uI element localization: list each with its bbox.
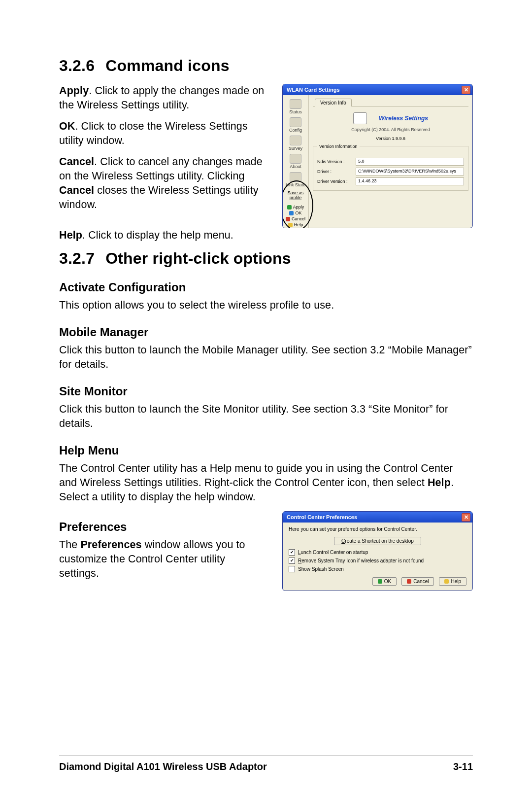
brand-text: Wireless Settings [379,115,428,122]
driver-label: Driver : [317,169,352,174]
ok-button[interactable]: OK [372,577,397,586]
label-cancel-1: Cancel [59,156,94,168]
cancel-button[interactable]: Cancel [401,577,434,586]
driver-version-label: Driver Version : [317,179,352,184]
cancel-icon [286,217,290,221]
preferences-window: Control Center Preferences ✕ Here you ca… [282,511,473,591]
page-footer: Diamond Digital A101 Wireless USB Adapto… [59,756,473,772]
text-activate: This option allows you to select the wir… [59,298,473,313]
linkstate-icon [290,172,301,182]
para-ok: OK. Click to close the Wireless Settings… [59,119,267,148]
version: Version 1.9.9.6 [313,136,468,141]
footer-rule [59,756,473,756]
heading-326-num: 3.2.6 [59,57,95,75]
side-config[interactable]: Config [283,116,308,134]
checkbox-icon[interactable]: ✔ [289,549,295,556]
label-apply: Apply [59,85,89,97]
wlan-sidebar: Status Config Survey About Link State Sa… [283,95,309,228]
sub-preferences: Preferences [59,520,267,534]
help-icon [288,223,293,227]
driver-value: C:\WINDOWS\System32\DRIVERS\wlnd502u.sys [356,168,464,175]
wlan-title: WLAN Card Settings [287,87,340,93]
close-icon[interactable]: ✕ [462,86,470,94]
copyright: Copyright (C) 2004. All Rights Reserved [313,127,468,132]
text-help: . Click to display the help menu. [82,229,233,241]
config-icon [290,117,301,127]
side-about[interactable]: About [283,153,308,170]
footer-product: Diamond Digital A101 Wireless USB Adapto… [59,761,267,772]
opt-launch-startup[interactable]: ✔Lunch Control Center on startup [289,549,466,556]
driver-version-value: 1.4.46.23 [356,177,464,185]
pref-message: Here you can set your preferred options … [289,526,466,532]
ndis-label: Ndis Version : [317,159,352,164]
sub-mobile: Mobile Manager [59,325,473,339]
text-helpmenu: The Control Center utility has a Help me… [59,461,473,504]
command-icons-group: Apply OK Cancel Help [283,204,308,228]
side-survey[interactable]: Survey [283,135,308,152]
pref-title: Control Center Preferences [287,514,357,520]
side-linkstate[interactable]: Link State [283,171,308,188]
sub-activate: Activate Configuration [59,280,473,294]
x-icon [407,579,411,584]
check-icon [378,579,382,584]
heading-327-num: 3.2.7 [59,249,95,268]
para-cancel: Cancel. Click to cancel any changes made… [59,155,267,212]
heading-326-title: Command icons [105,57,230,74]
close-icon[interactable]: ✕ [462,513,470,522]
help-button[interactable]: Help [439,577,466,586]
heading-326: 3.2.6Command icons [59,57,473,75]
side-status[interactable]: Status [283,98,308,115]
brand-icon [353,112,367,124]
cmd-apply[interactable]: Apply [283,204,308,210]
cmd-cancel[interactable]: Cancel [283,216,308,222]
cmd-help[interactable]: Help [283,222,308,228]
heading-327: 3.2.7Other right-click options [59,249,473,268]
sub-helpmenu: Help Menu [59,444,473,457]
ok-icon [289,211,294,215]
save-as-profile[interactable]: Save as profile [283,190,308,200]
version-fieldset: Version Information Ndis Version :5.0 Dr… [313,146,468,191]
label-help: Help [59,229,82,241]
ndis-value: 5.0 [356,158,464,166]
create-shortcut-button[interactable]: Create a Shortcut on the desktop [334,537,421,545]
text-mobile: Click this button to launch the Mobile M… [59,343,473,372]
survey-icon [290,136,301,145]
opt-splash[interactable]: Show Splash Screen [289,566,466,572]
para-apply: Apply. Click to apply the changes made o… [59,84,267,112]
tab-version-info[interactable]: Version Info [315,99,352,106]
wlan-titlebar: WLAN Card Settings ✕ [283,84,472,95]
question-icon [444,579,449,584]
checkbox-icon[interactable] [289,566,295,572]
checkbox-icon[interactable]: ✔ [289,558,295,564]
fieldset-title: Version Information [317,144,360,149]
about-icon [290,154,301,164]
wlan-settings-window: WLAN Card Settings ✕ Status Config Surve… [282,84,473,228]
check-icon [287,205,292,209]
tab-strip: Version Info [313,98,468,106]
sub-site: Site Monitor [59,384,473,398]
label-ok: OK [59,120,75,132]
label-cancel-2: Cancel [59,184,94,196]
text-apply: . Click to apply the changes made on the… [59,85,264,111]
status-icon [290,99,301,109]
cmd-ok[interactable]: OK [283,210,308,216]
text-ok: . Click to close the Wireless Settings u… [59,120,248,146]
footer-page: 3-11 [453,761,473,772]
opt-remove-tray[interactable]: ✔Remove System Tray Icon if wireless ada… [289,558,466,564]
text-preferences: The Preferences window allows you to cus… [59,538,267,581]
text-site: Click this button to launch the Site Mon… [59,402,473,431]
heading-327-title: Other right-click options [105,249,291,267]
para-help: Help. Click to display the help menu. [59,228,473,243]
pref-titlebar: Control Center Preferences ✕ [283,512,472,523]
